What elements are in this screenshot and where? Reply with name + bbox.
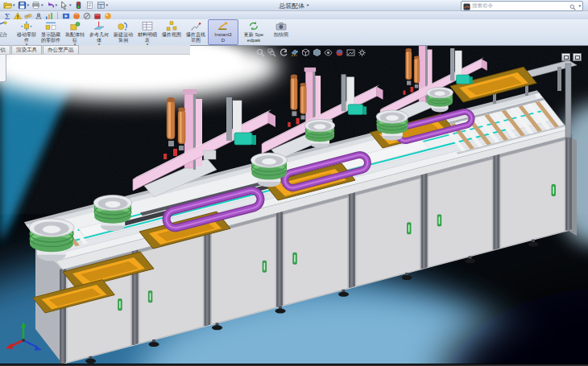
- cmd-update-speedpak-button[interactable]: 更新 Speedpak: [238, 19, 269, 45]
- cmd-move-component-button[interactable]: 移动零部件▾: [14, 19, 39, 45]
- zoom-area-icon[interactable]: [267, 48, 276, 57]
- update-speedpak-icon: [246, 21, 261, 32]
- search-dropdown-icon[interactable]: ▾: [578, 4, 581, 8]
- cmd-button-label: 爆炸视图: [162, 32, 182, 38]
- scene-hud-icon[interactable]: [346, 48, 355, 57]
- exploded-view-icon: [164, 21, 179, 32]
- cmd-button-label: 拍快照: [271, 32, 292, 38]
- cmd-motion-study-button[interactable]: 新建运动算例: [111, 19, 135, 45]
- motion-study-icon: [116, 21, 130, 32]
- machine-model-canvas[interactable]: [0, 46, 588, 364]
- zoom-fit-icon[interactable]: [256, 48, 265, 57]
- door-handle: [263, 261, 267, 272]
- reference-geometry-icon: [92, 21, 106, 32]
- cmd-button-label: 新建运动算例: [114, 32, 134, 43]
- viewport-window-controls: [561, 53, 582, 61]
- previous-view-icon[interactable]: [279, 48, 288, 57]
- save-icon[interactable]: ▾: [17, 1, 31, 10]
- view-orientation-icon[interactable]: [301, 48, 310, 57]
- view-settings-icon[interactable]: [358, 48, 366, 57]
- cmd-button-label: 更新 Speedpak: [244, 32, 264, 43]
- cmd-show-hidden-button[interactable]: 显示隐藏的零部件: [39, 19, 63, 45]
- file-properties-icon[interactable]: [85, 1, 95, 10]
- title-bar: ▾▾▾▾▾▾ 总装配体 * 搜索命令 ▾: [0, 0, 588, 11]
- cmd-exploded-view-button[interactable]: 爆炸视图: [159, 19, 184, 45]
- bom-icon: [140, 21, 155, 32]
- cmd-button-label: 爆炸直线草图: [186, 32, 206, 43]
- undo-icon[interactable]: ▾: [45, 1, 59, 10]
- graphics-viewport[interactable]: [0, 45, 588, 364]
- section-view-icon[interactable]: [290, 48, 299, 57]
- explode-sketch-icon: [188, 21, 203, 32]
- cmd-mate-button[interactable]: 配合: [0, 19, 14, 45]
- tab-办公室产品[interactable]: 办公室产品: [43, 45, 79, 54]
- solidworks-window: ▾▾▾▾▾▾ 总装配体 * 搜索命令 ▾ Σ 配合移动零部件▾显示隐藏的零部件装…: [0, 0, 588, 366]
- display-style-icon[interactable]: [313, 48, 321, 57]
- cmd-assembly-features-button[interactable]: 装配体特征▾: [63, 19, 87, 45]
- door-handle: [408, 223, 412, 234]
- featuremanager-collapsed-tab[interactable]: [0, 50, 6, 82]
- door-handle: [437, 215, 441, 226]
- cmd-bom-button[interactable]: 材料明细表▾: [135, 19, 159, 45]
- cmd-button-label: 显示隐藏的零部件: [41, 32, 61, 43]
- instant3d-icon: [216, 21, 230, 32]
- viewport-split-button[interactable]: [573, 53, 582, 61]
- cmd-button-label: Instant3D: [213, 32, 234, 43]
- hide-show-icon[interactable]: [324, 48, 333, 57]
- viewport-restore-button[interactable]: [561, 53, 570, 61]
- snapshot-icon: [274, 21, 288, 32]
- cmd-button-label: 配合: [0, 32, 13, 38]
- tab-渲染工具[interactable]: 渲染工具: [11, 45, 42, 54]
- mate-icon: [0, 21, 10, 32]
- select-icon[interactable]: ▾: [59, 1, 72, 10]
- command-search[interactable]: 搜索命令 ▾: [461, 1, 583, 11]
- layout-options-icon[interactable]: ▾: [96, 1, 110, 10]
- appearance-ball-icon[interactable]: [335, 48, 344, 57]
- orientation-triad: [2, 321, 44, 358]
- rebuild-icon[interactable]: [73, 1, 84, 10]
- cmd-explode-sketch-button[interactable]: 爆炸直线草图: [184, 19, 208, 45]
- door-handle: [118, 299, 122, 310]
- cmd-instant3d-button[interactable]: Instant3D: [208, 19, 238, 45]
- door-handle: [148, 291, 152, 302]
- cmd-snapshot-button[interactable]: 拍快照: [269, 19, 293, 45]
- door-handle: [552, 184, 556, 195]
- heads-up-view-toolbar: [256, 48, 366, 57]
- search-placeholder: 搜索命令: [472, 2, 568, 10]
- move-component-icon: [19, 21, 34, 32]
- door-handle: [293, 253, 297, 264]
- quick-access-toolbar: ▾▾▾▾▾▾: [2, 1, 109, 10]
- assembly-features-icon: [68, 21, 82, 32]
- print-icon[interactable]: ▾: [31, 1, 44, 10]
- cmd-reference-geometry-button[interactable]: 参考几何体▾: [87, 19, 111, 45]
- toolbar-separator: [57, 12, 58, 19]
- command-manager-tabs: 评估渲染工具办公室产品: [0, 45, 190, 55]
- show-hidden-icon: [43, 21, 58, 32]
- command-manager: 配合移动零部件▾显示隐藏的零部件装配体特征▾参考几何体▾新建运动算例材料明细表▾…: [0, 19, 588, 46]
- open-icon[interactable]: ▾: [2, 1, 16, 10]
- tab-评估[interactable]: 评估: [0, 45, 10, 54]
